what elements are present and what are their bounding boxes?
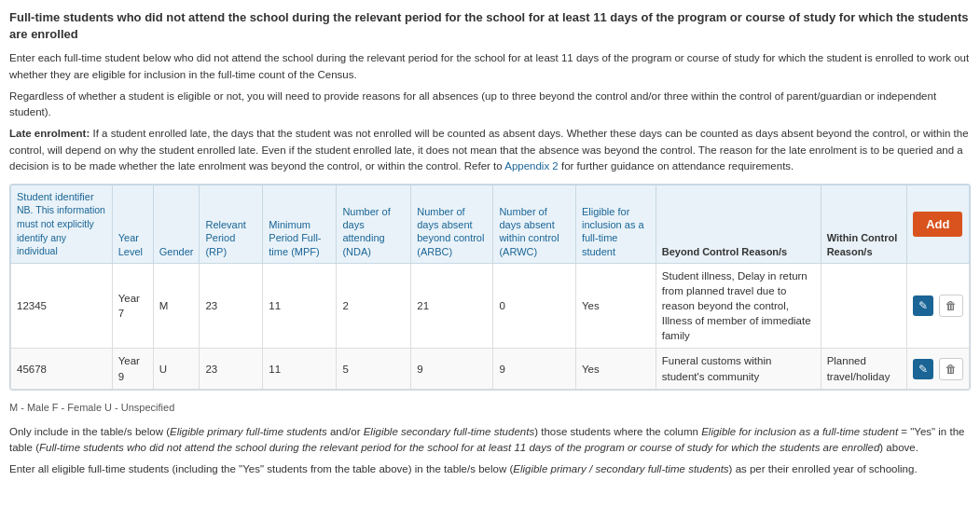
col-student-id-label: Student identifier (17, 191, 94, 202)
col-days-absent-beyond: Number of days absent beyond control (AR… (411, 185, 493, 264)
cell-days-attending: 2 (337, 263, 411, 348)
col-relevant-period: Relevant Period (RP) (200, 185, 263, 264)
cell-year-level: Year 9 (112, 349, 153, 389)
description-2: Regardless of whether a student is eligi… (9, 89, 971, 121)
delete-button[interactable]: 🗑 (939, 295, 963, 317)
late-enrol-label: Late enrolment: (9, 128, 90, 139)
col-add: Add (906, 185, 969, 264)
footer-note-1: Only include in the table/s below (Eligi… (9, 424, 971, 457)
page-title: Full-time students who did not attend th… (9, 9, 971, 43)
col-days-attending: Number of days attending (NDA) (337, 185, 411, 264)
action-cell: ✎ 🗑 (906, 263, 969, 348)
col-student-id: Student identifier NB. This information … (11, 185, 113, 264)
col-beyond-control: Beyond Control Reason/s (656, 185, 821, 264)
cell-days-absent-within: 9 (493, 349, 576, 389)
description-1: Enter each full-time student below who d… (9, 50, 971, 83)
edit-button[interactable]: ✎ (913, 295, 933, 316)
cell-days-absent-beyond: 21 (411, 263, 493, 348)
footer-note-2: Enter all eligible full-time students (i… (9, 461, 971, 477)
appendix-link[interactable]: Appendix 2 (504, 160, 559, 172)
cell-student-id: 45678 (11, 349, 113, 389)
cell-eligible: Yes (575, 263, 656, 348)
cell-min-period: 11 (263, 263, 337, 348)
col-year-level: Year Level (112, 185, 153, 264)
late-enrol-text: If a student enrolled late, the days tha… (9, 128, 969, 172)
add-button[interactable]: Add (913, 212, 962, 237)
table-row: 45678Year 9U2311599YesFuneral customs wi… (11, 349, 970, 389)
cell-within-control-reasons: Planned travel/holiday (821, 349, 906, 389)
col-student-id-note: NB. This information must not explicitly… (17, 204, 105, 256)
col-min-period: Minimum Period Full-time (MPF) (263, 185, 337, 264)
late-enrol-text-end: for further guidance on attendance requi… (559, 160, 794, 172)
edit-button[interactable]: ✎ (913, 359, 933, 379)
late-enrolment-note: Late enrolment: If a student enrolled la… (9, 126, 971, 174)
cell-relevant-period: 23 (200, 349, 263, 389)
cell-gender: M (153, 263, 200, 348)
cell-relevant-period: 23 (200, 263, 263, 348)
action-cell: ✎ 🗑 (906, 349, 969, 389)
cell-eligible: Yes (575, 349, 656, 389)
col-gender: Gender (153, 185, 200, 264)
cell-days-attending: 5 (337, 349, 411, 389)
students-table: Student identifier NB. This information … (10, 185, 970, 390)
col-within-control: Within Control Reason/s (821, 185, 906, 264)
delete-button[interactable]: 🗑 (939, 358, 963, 380)
col-days-absent-within: Number of days absent within control (AR… (493, 185, 576, 264)
col-eligible: Eligible for inclusion as a full-time st… (575, 185, 656, 264)
cell-gender: U (153, 349, 200, 389)
cell-within-control-reasons (821, 263, 906, 348)
students-table-wrapper: Student identifier NB. This information … (9, 184, 971, 391)
table-row: 12345Year 7M23112210YesStudent illness, … (11, 263, 970, 348)
cell-year-level: Year 7 (112, 263, 153, 348)
cell-days-absent-beyond: 9 (411, 349, 493, 389)
cell-beyond-control-reasons: Funeral customs within student's communi… (656, 349, 821, 389)
cell-days-absent-within: 0 (493, 263, 576, 348)
cell-beyond-control-reasons: Student illness, Delay in return from pl… (656, 263, 821, 348)
cell-min-period: 11 (263, 349, 337, 389)
legend: M - Male F - Female U - Unspecified (9, 398, 971, 417)
cell-student-id: 12345 (11, 263, 113, 348)
